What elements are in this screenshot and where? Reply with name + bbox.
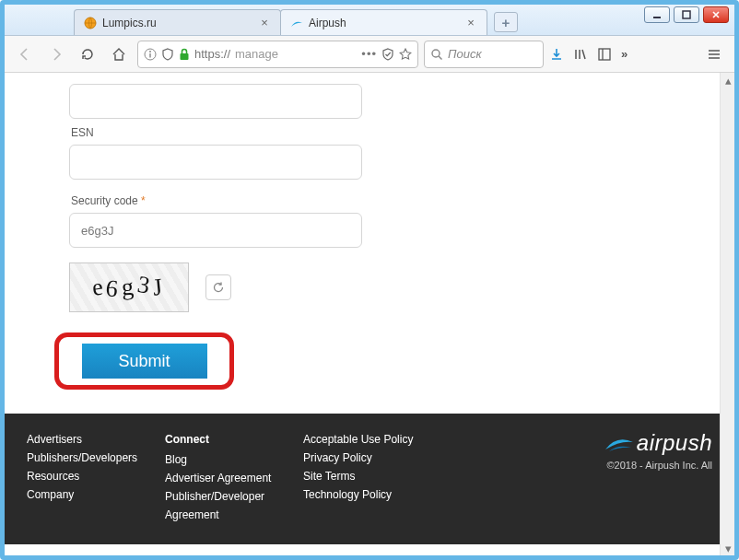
footer-link[interactable]: Advertiser Agreement [165,469,303,487]
home-button[interactable] [106,41,132,67]
scroll-down-icon[interactable]: ▾ [721,541,734,555]
footer-link[interactable]: Publisher/Developer Agreement [165,487,303,524]
footer-link[interactable]: Advertisers [27,430,165,449]
url-host: manage [235,47,278,61]
security-code-input[interactable] [69,213,362,248]
svg-rect-5 [149,53,150,58]
tabs: Lumpics.ru × Airpush × [74,9,487,35]
info-icon[interactable] [144,48,157,61]
footer-link[interactable]: Privacy Policy [303,449,441,467]
refresh-icon [212,281,225,294]
footer-col-1: Advertisers Publishers/Developers Resour… [27,430,165,524]
airpush-logo-text: airpush [637,430,712,456]
tab-title: Airpush [309,17,459,29]
svg-point-7 [432,50,440,57]
scroll-up-icon[interactable]: ▴ [721,73,734,88]
toolbar-icons: » [549,47,628,62]
navbar: https://manage ••• Поиск » [5,36,734,73]
footer-link[interactable]: Blog [165,450,303,469]
footer-link[interactable]: Acceptable Use Policy [303,430,441,449]
url-bar[interactable]: https://manage ••• [137,41,418,68]
browser-window: Lumpics.ru × Airpush × + [0,0,739,560]
submit-button[interactable]: Submit [82,344,207,379]
search-placeholder: Поиск [448,47,482,61]
window-controls [644,6,729,23]
search-box[interactable]: Поиск [424,41,544,68]
svg-rect-9 [599,49,610,60]
maximize-button[interactable] [674,6,699,23]
scrollbar[interactable]: ▴ ▾ [720,73,734,555]
lock-icon [179,48,190,61]
footer-col-2: Connect Blog Advertiser Agreement Publis… [165,430,303,524]
titlebar: Lumpics.ru × Airpush × + [5,5,734,36]
required-star: * [141,194,146,207]
favicon-lumpics [84,17,97,29]
footer: Advertisers Publishers/Developers Resour… [5,414,734,544]
library-icon[interactable] [573,47,588,62]
footer-heading[interactable]: Connect [165,430,303,449]
footer-link[interactable]: Site Terms [303,467,441,485]
page-content: ▴ ▾ ESN Security code * e 6 g 3 J [5,73,734,555]
esn-input[interactable] [69,145,362,180]
shield-icon[interactable] [161,48,174,61]
footer-link[interactable]: Publishers/Developers [27,449,165,467]
svg-rect-6 [181,53,189,60]
tab-airpush[interactable]: Airpush × [280,9,487,35]
reload-button[interactable] [75,41,100,67]
esn-label: ESN [71,126,670,139]
url-protocol: https:// [194,47,230,61]
tab-lumpics[interactable]: Lumpics.ru × [74,9,281,35]
tab-close-icon[interactable]: × [258,17,271,29]
minimize-button[interactable] [644,6,670,23]
tracker-shield-icon[interactable] [381,48,394,61]
favicon-airpush [290,17,303,29]
tab-close-icon[interactable]: × [464,17,477,29]
prev-field-fragment[interactable] [69,84,362,119]
footer-link[interactable]: Company [27,485,165,504]
bookmark-star-icon[interactable] [399,48,412,61]
captcha-row: e 6 g 3 J [69,262,670,312]
window-close-button[interactable] [703,6,729,23]
footer-logo-col: airpush ©2018 - Airpush Inc. All [604,430,712,524]
footer-link[interactable]: Technology Policy [303,485,441,504]
svg-point-4 [149,51,151,52]
footer-col-3: Acceptable Use Policy Privacy Policy Sit… [303,430,441,524]
submit-highlight: Submit [54,332,234,390]
new-tab-button[interactable]: + [494,12,518,32]
svg-rect-2 [683,11,690,18]
airpush-logo: airpush [604,430,712,456]
footer-link[interactable]: Resources [27,467,165,485]
tab-title: Lumpics.ru [102,17,252,29]
sidebar-icon[interactable] [597,47,612,62]
airpush-logo-icon [604,431,635,455]
download-icon[interactable] [549,47,564,62]
overflow-icon[interactable]: » [621,47,628,61]
svg-line-8 [439,56,442,60]
more-icon[interactable]: ••• [361,47,377,61]
refresh-captcha-button[interactable] [205,274,231,300]
security-code-label: Security code * [71,194,670,207]
footer-copyright: ©2018 - Airpush Inc. All [604,460,712,471]
back-button[interactable] [12,41,38,67]
forward-button[interactable] [43,41,69,67]
captcha-image: e 6 g 3 J [69,262,189,312]
search-icon [430,48,443,61]
hamburger-menu[interactable] [701,41,727,67]
